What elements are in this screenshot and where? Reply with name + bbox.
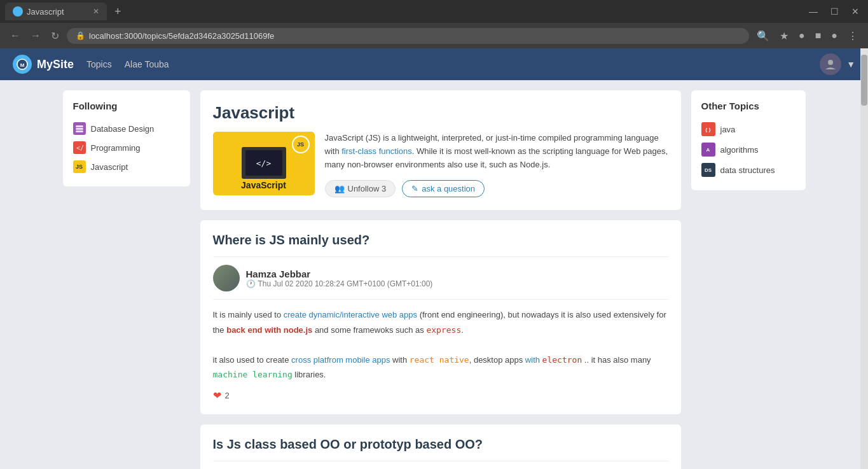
sidebar-label-javascript: Javascript	[91, 162, 128, 172]
other-topic-java-label: java	[720, 125, 736, 134]
scrollbar-thumb[interactable]	[861, 55, 867, 106]
menu-icon[interactable]: ⋮	[845, 27, 860, 45]
profile-icon[interactable]: ●	[796, 27, 808, 44]
desc-link-functions[interactable]: first-class functions	[341, 146, 412, 156]
navbar: M MySite Topics Alae Touba ▼	[0, 48, 868, 80]
navbar-brand[interactable]: M MySite	[13, 55, 74, 74]
js-label: JavaScript	[241, 180, 286, 190]
tab-title: Javascript	[27, 7, 64, 17]
algorithms-icon: A	[701, 143, 715, 157]
question-card-1: Is Js class based OO or prototyp based O…	[200, 424, 681, 469]
bookmark-icon[interactable]: ★	[777, 27, 791, 45]
user-account-icon[interactable]: ●	[829, 27, 840, 44]
link-ml[interactable]: machine learning	[213, 370, 293, 379]
javascript-icon: JS	[73, 160, 86, 173]
sidebar-title: Following	[73, 101, 180, 111]
time-text-0: Thu Jul 02 2020 10:28:24 GMT+0100 (GMT+0…	[258, 279, 433, 288]
left-sidebar: Following Database Design </> Programmin…	[63, 90, 190, 469]
right-sidebar: Other Topics { } java A algorithms DS da…	[691, 90, 806, 469]
extensions-icon[interactable]: ■	[813, 27, 824, 44]
question-title-0: Where is JS mainly used?	[213, 233, 668, 248]
minimize-button[interactable]: —	[805, 5, 822, 18]
database-design-icon	[73, 122, 86, 135]
browser-toolbar: ← → ↻ 🔒 localhost:3000/topics/5efda2d346…	[0, 23, 868, 48]
question-title-1: Is Js class based OO or prototyp based O…	[213, 437, 668, 452]
divider2	[213, 299, 668, 300]
browser-action-buttons: 🔍 ★ ● ■ ● ⋮	[754, 27, 860, 45]
java-icon: { }	[701, 122, 715, 136]
svg-rect-5	[76, 130, 83, 132]
brand-icon: M	[13, 55, 32, 74]
svg-rect-3	[76, 125, 83, 127]
data-structures-icon: DS	[701, 163, 715, 177]
other-topic-java[interactable]: { } java	[701, 119, 796, 139]
svg-text:</>: </>	[76, 144, 84, 151]
topic-image: </> JS JavaScript	[213, 132, 315, 195]
programming-icon: </>	[73, 141, 86, 154]
other-topic-algorithms[interactable]: A algorithms	[701, 139, 796, 160]
text-with: with	[525, 355, 540, 365]
back-button[interactable]: ←	[8, 27, 23, 44]
page-container: Following Database Design </> Programmin…	[53, 80, 816, 469]
monitor-graphic: </>	[242, 147, 286, 179]
ask-label: ask a question	[422, 184, 475, 193]
topic-info: </> JS JavaScript JavaScript (JS) is a l…	[213, 132, 668, 197]
browser-tab[interactable]: Javascript ✕	[5, 3, 107, 20]
unfollow-label: Unfollow 3	[348, 184, 387, 193]
link-dynamic-apps[interactable]: create dynamic/interactive web apps	[284, 310, 417, 319]
tab-favicon	[13, 6, 23, 17]
close-window-button[interactable]: ✕	[848, 5, 863, 18]
sidebar-label-programming: Programming	[91, 143, 141, 153]
maximize-button[interactable]: ☐	[827, 5, 843, 18]
brand-name: MySite	[37, 58, 74, 71]
pencil-icon: ✎	[411, 184, 418, 193]
url-text: localhost:3000/topics/5efda2d3462a3025d1…	[89, 31, 274, 41]
reload-button[interactable]: ↻	[48, 27, 62, 45]
dropdown-arrow[interactable]: ▼	[846, 59, 855, 69]
svg-point-2	[828, 60, 833, 65]
sidebar-item-programming[interactable]: </> Programming	[73, 138, 180, 157]
ask-question-button[interactable]: ✎ ask a question	[402, 180, 485, 197]
link-nodejs[interactable]: back end with node.js	[226, 325, 312, 335]
scrollbar-track	[860, 48, 868, 469]
sidebar-item-javascript[interactable]: JS Javascript	[73, 157, 180, 176]
link-mobile-apps[interactable]: cross platfrom mobile apps	[291, 355, 390, 365]
new-tab-button[interactable]: +	[109, 5, 127, 18]
nav-link-user[interactable]: Alae Touba	[125, 59, 169, 69]
tab-close-button[interactable]: ✕	[93, 7, 99, 16]
unfollow-icon: 👥	[334, 184, 345, 193]
author-name-0: Hamza Jebbar	[246, 269, 433, 279]
clock-icon-0: 🕐	[246, 279, 256, 288]
topic-description: JavaScript (JS) is a lightweight, interp…	[325, 132, 668, 171]
search-icon[interactable]: 🔍	[754, 27, 772, 45]
navbar-right: ▼	[820, 53, 855, 75]
answer-time-0: 🕐 Thu Jul 02 2020 10:28:24 GMT+0100 (GMT…	[246, 279, 433, 288]
nav-link-topics[interactable]: Topics	[86, 59, 112, 69]
author-info-0: Hamza Jebbar 🕐 Thu Jul 02 2020 10:28:24 …	[246, 269, 433, 288]
answer-body-0: It is mainly used to create dynamic/inte…	[213, 307, 668, 382]
other-topic-data-structures[interactable]: DS data structures	[701, 160, 796, 180]
likes-row-0: ❤ 2	[213, 389, 668, 402]
browser-titlebar: Javascript ✕ + — ☐ ✕	[0, 0, 868, 23]
forward-button[interactable]: →	[28, 27, 43, 44]
other-topic-algorithms-label: algorithms	[720, 145, 759, 155]
other-topics-title: Other Topics	[701, 101, 796, 111]
divider3	[213, 461, 668, 461]
following-card: Following Database Design </> Programmin…	[63, 90, 190, 186]
address-bar[interactable]: 🔒 localhost:3000/topics/5efda2d3462a3025…	[67, 28, 749, 44]
author-avatar-0	[213, 265, 240, 291]
other-topics-card: Other Topics { } java A algorithms DS da…	[691, 90, 806, 190]
heart-icon-0[interactable]: ❤	[213, 389, 221, 402]
question-card-0: Where is JS mainly used? Hamza Jebbar 🕐 …	[200, 220, 681, 414]
topic-header-card: Javascript </> JS JavaScript	[200, 90, 681, 210]
divider	[213, 256, 668, 257]
topic-title: Javascript	[213, 103, 668, 123]
navbar-links: Topics Alae Touba	[86, 59, 169, 69]
sidebar-item-database[interactable]: Database Design	[73, 119, 180, 138]
js-badge: JS	[292, 136, 310, 153]
user-menu-button[interactable]	[820, 53, 841, 75]
unfollow-button[interactable]: 👥 Unfollow 3	[325, 180, 396, 197]
other-topic-ds-label: data structures	[720, 165, 775, 175]
sidebar-label-database: Database Design	[91, 124, 155, 134]
text-react-native: react native	[410, 355, 469, 365]
